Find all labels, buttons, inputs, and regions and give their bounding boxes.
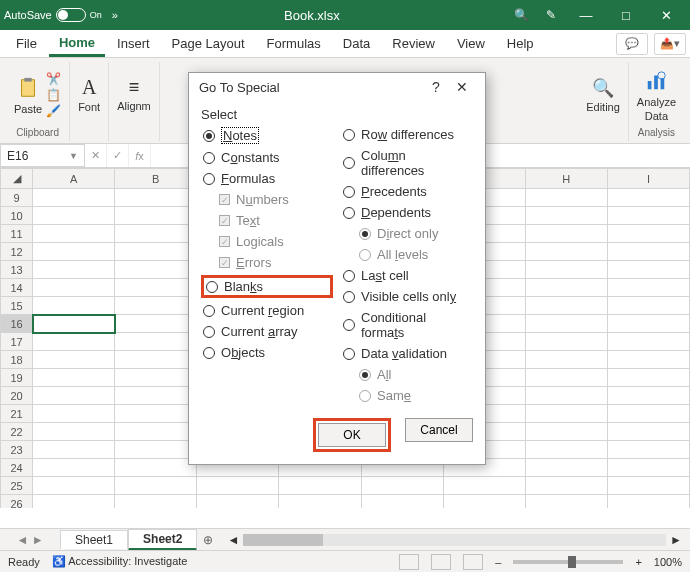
- select-label: Select: [201, 107, 473, 122]
- radio-formulas[interactable]: Formulas: [201, 170, 333, 187]
- accessibility-status[interactable]: ♿ Accessibility: Investigate: [52, 555, 188, 568]
- radio-current-region[interactable]: Current region: [201, 302, 333, 319]
- row-20[interactable]: 20: [1, 387, 33, 405]
- radio-data-validation[interactable]: Data validation: [341, 345, 473, 362]
- tab-file[interactable]: File: [6, 32, 47, 55]
- ok-button[interactable]: OK: [318, 423, 386, 447]
- radio-current-array[interactable]: Current array: [201, 323, 333, 340]
- zoom-in[interactable]: +: [635, 556, 641, 568]
- row-16[interactable]: 16: [1, 315, 33, 333]
- col-H[interactable]: H: [525, 169, 607, 189]
- row-10[interactable]: 10: [1, 207, 33, 225]
- row-19[interactable]: 19: [1, 369, 33, 387]
- svg-rect-3: [655, 75, 659, 89]
- radio-precedents[interactable]: Precedents: [341, 183, 473, 200]
- svg-rect-2: [648, 81, 652, 89]
- search-icon[interactable]: 🔍: [506, 0, 536, 30]
- radio-conditional[interactable]: Conditional formats: [341, 309, 473, 341]
- add-sheet-button[interactable]: ⊕: [197, 533, 219, 547]
- col-A[interactable]: A: [33, 169, 115, 189]
- horizontal-scrollbar[interactable]: ◄ ►: [219, 533, 690, 547]
- radio-constants[interactable]: Constants: [201, 149, 333, 166]
- tab-help[interactable]: Help: [497, 32, 544, 55]
- enter-formula[interactable]: ✓: [107, 144, 129, 167]
- copy-icon[interactable]: 📋: [46, 88, 61, 102]
- view-page-layout[interactable]: [431, 554, 451, 570]
- group-clipboard: Paste ✂️ 📋 🖌️ Clipboard: [6, 62, 70, 141]
- scroll-right-icon[interactable]: ►: [670, 533, 682, 547]
- editing-button[interactable]: 🔍 Editing: [586, 77, 620, 113]
- tab-formulas[interactable]: Formulas: [257, 32, 331, 55]
- maximize-button[interactable]: □: [606, 0, 646, 30]
- minimize-button[interactable]: —: [566, 0, 606, 30]
- radio-notes[interactable]: NNotesotes: [201, 126, 333, 145]
- share-icon[interactable]: 📤▾: [654, 33, 686, 55]
- view-page-break[interactable]: [463, 554, 483, 570]
- radio-objects[interactable]: Objects: [201, 344, 333, 361]
- sheet-nav[interactable]: ◄ ►: [0, 533, 60, 547]
- sheet-tab-2[interactable]: Sheet2: [128, 529, 197, 551]
- fx-icon[interactable]: fx: [129, 144, 151, 167]
- cancel-formula[interactable]: ✕: [85, 144, 107, 167]
- view-normal[interactable]: [399, 554, 419, 570]
- radio-col-diff[interactable]: Column differences: [341, 147, 473, 179]
- row-24[interactable]: 24: [1, 459, 33, 477]
- dialog-help-button[interactable]: ?: [423, 79, 449, 95]
- tab-insert[interactable]: Insert: [107, 32, 160, 55]
- editing-label: Editing: [586, 101, 620, 113]
- zoom-slider[interactable]: [513, 560, 623, 564]
- col-B[interactable]: B: [115, 169, 197, 189]
- row-9[interactable]: 9: [1, 189, 33, 207]
- tab-review[interactable]: Review: [382, 32, 445, 55]
- accessibility-label: Accessibility: Investigate: [68, 555, 187, 567]
- cancel-button[interactable]: Cancel: [405, 418, 473, 442]
- radio-visible[interactable]: Visible cells only: [341, 288, 473, 305]
- format-painter-icon[interactable]: 🖌️: [46, 104, 61, 118]
- row-11[interactable]: 11: [1, 225, 33, 243]
- zoom-out[interactable]: –: [495, 556, 501, 568]
- alignment-label: Alignm: [117, 100, 151, 112]
- row-14[interactable]: 14: [1, 279, 33, 297]
- autosave-toggle[interactable]: AutoSave On: [4, 8, 102, 22]
- row-12[interactable]: 12: [1, 243, 33, 261]
- tab-home[interactable]: Home: [49, 31, 105, 57]
- radio-row-diff[interactable]: Row differences: [341, 126, 473, 143]
- col-I[interactable]: I: [607, 169, 689, 189]
- row-13[interactable]: 13: [1, 261, 33, 279]
- close-button[interactable]: ✕: [646, 0, 686, 30]
- alignment-button[interactable]: ≡ Alignm: [117, 77, 151, 112]
- group-editing: 🔍 Editing: [578, 62, 629, 141]
- autosave-label: AutoSave: [4, 9, 52, 21]
- row-17[interactable]: 17: [1, 333, 33, 351]
- svg-rect-1: [24, 77, 31, 81]
- comments-icon[interactable]: 💬: [616, 33, 648, 55]
- row-18[interactable]: 18: [1, 351, 33, 369]
- font-label: Font: [78, 101, 100, 113]
- row-22[interactable]: 22: [1, 423, 33, 441]
- group-label-clipboard: Clipboard: [16, 127, 59, 141]
- dialog-close-button[interactable]: ✕: [449, 79, 475, 95]
- tab-data[interactable]: Data: [333, 32, 380, 55]
- paste-button[interactable]: Paste: [14, 75, 42, 115]
- chevron-down-icon: ▼: [69, 151, 78, 161]
- align-icon: ≡: [129, 77, 140, 98]
- analyze-button[interactable]: Analyze Data: [637, 68, 676, 122]
- font-button[interactable]: A Font: [78, 76, 100, 113]
- row-23[interactable]: 23: [1, 441, 33, 459]
- radio-dependents[interactable]: Dependents: [341, 204, 473, 221]
- name-box[interactable]: E16▼: [0, 144, 85, 167]
- row-25[interactable]: 25: [1, 477, 33, 495]
- check-text: ✓Text: [201, 212, 333, 229]
- row-21[interactable]: 21: [1, 405, 33, 423]
- tab-view[interactable]: View: [447, 32, 495, 55]
- radio-blanks[interactable]: Blanks: [201, 275, 333, 298]
- tab-page-layout[interactable]: Page Layout: [162, 32, 255, 55]
- cut-icon[interactable]: ✂️: [46, 72, 61, 86]
- radio-last-cell[interactable]: Last cell: [341, 267, 473, 284]
- select-all[interactable]: ◢: [1, 169, 33, 189]
- row-15[interactable]: 15: [1, 297, 33, 315]
- sheet-tab-1[interactable]: Sheet1: [60, 530, 128, 549]
- row-26[interactable]: 26: [1, 495, 33, 509]
- pen-icon[interactable]: ✎: [536, 0, 566, 30]
- scroll-left-icon[interactable]: ◄: [227, 533, 239, 547]
